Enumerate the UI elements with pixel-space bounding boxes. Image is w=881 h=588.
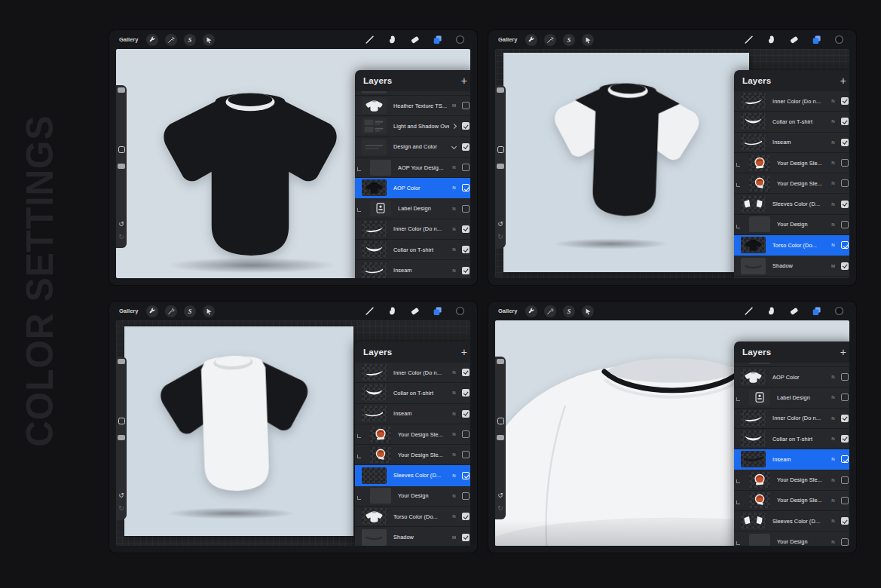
undo-icon[interactable]: ↺ [495,221,506,228]
eraser-icon[interactable] [789,306,799,316]
transform-arrow-icon[interactable] [582,305,594,317]
layer-visibility-checkbox[interactable] [462,267,470,274]
layer-visibility-checkbox[interactable] [841,201,849,208]
layer-row-inner-color-do-n[interactable]: Inner Color (Do n...N [355,219,470,240]
layer-visibility-checkbox[interactable] [841,455,849,463]
layer-row-your-design-sle[interactable]: Your Design Sle...N [734,173,849,194]
canvas[interactable]: ↺ ↻ Layers + Heather Texture TS...MLight… [116,49,470,278]
chevron-down-icon[interactable] [449,145,459,149]
color-circle-icon[interactable] [455,35,465,44]
selection-s-icon[interactable]: S [184,34,196,46]
layer-row-torso-color-do[interactable]: Torso Color (Do...N [355,507,470,527]
smudge-icon[interactable] [387,35,397,44]
layer-visibility-checkbox[interactable] [462,430,470,438]
blend-mode-letter[interactable]: N [828,395,838,400]
gallery-button[interactable]: Gallery [119,36,138,43]
layer-row-aop-color[interactable]: AOP ColorN [355,178,470,198]
gallery-button[interactable]: Gallery [498,308,517,314]
blend-mode-letter[interactable]: N [828,375,838,379]
layer-visibility-checkbox[interactable] [462,205,470,213]
actions-wrench-icon[interactable] [525,305,537,317]
adjustments-wand-icon[interactable] [165,305,177,317]
canvas-workspace[interactable]: ↺ ↻ Layers + Inner Color (Do n...NCollar… [495,49,849,278]
layer-row-inner-color-do-n[interactable]: Inner Color (Do n...N [355,363,470,383]
layers-icon[interactable] [812,306,821,316]
layer-row-your-design[interactable]: Your DesignN [734,531,849,546]
layer-visibility-checkbox[interactable] [841,118,849,125]
layer-visibility-checkbox[interactable] [841,435,849,443]
smudge-icon[interactable] [766,35,776,44]
blend-mode-letter[interactable]: N [449,494,459,498]
redo-icon[interactable]: ↻ [495,234,506,240]
blend-mode-letter[interactable]: N [449,185,459,190]
modify-button[interactable] [118,146,125,153]
layer-row-label-design[interactable]: Label DesignN [355,198,470,219]
layer-row-inner-color-do-n[interactable]: Inner Color (Do n...N [734,91,849,112]
gallery-button[interactable]: Gallery [119,308,138,314]
brush-size-slider[interactable] [497,359,504,364]
layer-row-inseam[interactable]: InseamN [734,449,849,470]
artboard[interactable] [503,53,749,272]
layer-row-sleeves-color-d[interactable]: Sleeves Color (D...N [355,465,470,485]
layer-row-sleeves-color-d[interactable]: Sleeves Color (D...N [734,194,849,214]
blend-mode-letter[interactable]: M [449,535,459,540]
layer-row-your-design-sle[interactable]: Your Design Sle...N [734,470,849,490]
opacity-slider[interactable] [118,164,125,169]
layer-row-inseam[interactable]: InseamN [355,404,470,424]
selection-s-icon[interactable]: S [184,305,196,317]
blend-mode-letter[interactable]: N [449,247,459,252]
blend-mode-letter[interactable]: N [828,181,838,185]
layer-visibility-checkbox[interactable] [462,492,470,500]
layer-visibility-checkbox[interactable] [462,369,470,376]
layers-icon[interactable] [433,306,442,316]
layer-row-your-design-sle[interactable]: Your Design Sle...N [734,491,849,511]
layer-visibility-checkbox[interactable] [462,534,470,541]
layer-row-collar-on-t-shirt[interactable]: Collar on T-shirtN [355,240,470,260]
blend-mode-letter[interactable]: N [449,473,459,478]
blend-mode-letter[interactable]: N [828,222,838,227]
layer-row-aop-color[interactable]: AOP ColorN [734,367,849,387]
layer-row-shadow[interactable]: ShadowM [734,256,849,276]
blend-mode-letter[interactable]: N [449,165,459,170]
layers-icon[interactable] [433,35,442,44]
blend-mode-letter[interactable]: N [828,519,838,523]
blend-mode-letter[interactable]: N [828,457,838,461]
blend-mode-letter[interactable]: N [828,498,838,503]
undo-icon[interactable]: ↺ [116,221,127,228]
smudge-icon[interactable] [766,306,776,316]
color-circle-icon[interactable] [834,35,844,44]
layer-row-your-design[interactable]: Your DesignN [734,215,849,235]
layer-row-your-design-sle[interactable]: Your Design Sle...N [355,424,470,445]
layer-row-inseam[interactable]: InseamN [734,133,849,153]
selection-s-icon[interactable]: S [563,305,575,317]
actions-wrench-icon[interactable] [525,34,537,46]
blend-mode-letter[interactable]: N [828,540,838,544]
actions-wrench-icon[interactable] [146,305,158,317]
add-layer-button[interactable]: + [840,75,846,86]
redo-icon[interactable]: ↻ [116,505,127,512]
layer-row-label-design[interactable]: Label DesignN [734,387,849,408]
blend-mode-letter[interactable]: N [828,161,838,165]
layer-visibility-checkbox[interactable] [841,159,849,167]
layer-visibility-checkbox[interactable] [841,262,849,270]
redo-icon[interactable]: ↻ [116,234,127,240]
blend-mode-letter[interactable]: N [449,390,459,395]
blend-mode-letter[interactable]: N [828,478,838,482]
blend-mode-letter[interactable]: M [828,264,838,268]
layer-visibility-checkbox[interactable] [462,513,470,520]
brush-icon[interactable] [744,35,754,44]
blend-mode-letter[interactable]: N [828,99,838,103]
layer-row-torso-color-do[interactable]: Torso Color (Do...N [734,235,849,256]
blend-mode-letter[interactable]: N [828,243,838,247]
layer-visibility-checkbox[interactable] [462,410,470,418]
chevron-right-icon[interactable] [449,124,459,128]
layer-visibility-checkbox[interactable] [841,497,849,504]
blend-mode-letter[interactable]: N [828,140,838,145]
brush-size-slider[interactable] [497,87,504,93]
color-circle-icon[interactable] [455,306,465,316]
canvas[interactable]: ↺ ↻ Layers + AOP Your Desig...NAOP Color… [495,320,849,546]
transform-arrow-icon[interactable] [203,305,215,317]
redo-icon[interactable]: ↻ [495,505,506,512]
blend-mode-letter[interactable]: N [449,207,459,211]
layer-visibility-checkbox[interactable] [841,179,849,187]
